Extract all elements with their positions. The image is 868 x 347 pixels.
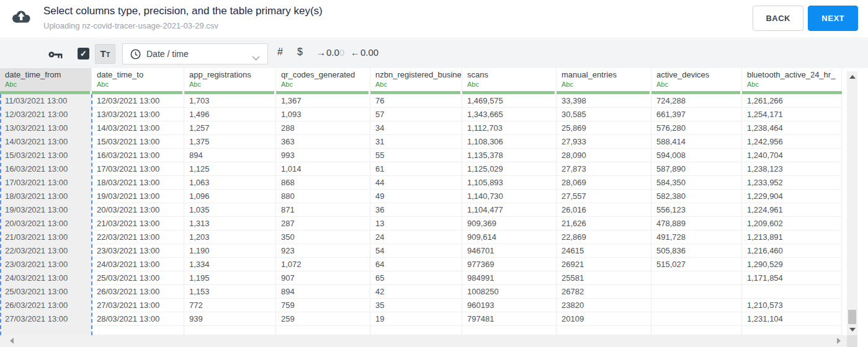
number-type-button[interactable]: # <box>277 46 283 58</box>
table-cell[interactable]: 26782 <box>557 285 651 299</box>
table-cell[interactable] <box>557 326 651 335</box>
table-cell[interactable]: 22/03/2021 13:00 <box>92 231 184 244</box>
table-cell[interactable]: 57 <box>370 108 462 121</box>
table-cell[interactable]: 1,063 <box>184 176 276 190</box>
vertical-scrollbar[interactable] <box>847 71 857 335</box>
table-cell[interactable] <box>651 271 742 285</box>
table-cell[interactable]: 1,209,602 <box>742 217 842 231</box>
table-cell[interactable] <box>276 326 370 335</box>
increase-decimal-button[interactable]: →0.00 <box>316 47 344 58</box>
table-cell[interactable]: 259 <box>276 312 370 326</box>
horizontal-scrollbar[interactable] <box>0 335 847 347</box>
table-cell[interactable]: 20/03/2021 13:00 <box>0 217 92 231</box>
table-cell[interactable]: 1,229,904 <box>742 190 842 203</box>
table-cell[interactable]: 36 <box>370 203 462 217</box>
table-cell[interactable]: 34 <box>370 121 462 135</box>
table-cell[interactable]: 27,933 <box>557 135 651 149</box>
table-cell[interactable]: 1,072 <box>276 258 370 271</box>
table-cell[interactable] <box>651 312 742 326</box>
table-cell[interactable]: 13 <box>370 217 462 231</box>
column-header-active_devices[interactable]: active_devicesAbc <box>651 68 742 91</box>
back-button[interactable]: BACK <box>753 6 803 31</box>
table-cell[interactable]: 1,014 <box>276 162 370 176</box>
table-cell[interactable]: 868 <box>276 176 370 190</box>
table-cell[interactable]: 24/03/2021 13:00 <box>92 258 184 271</box>
table-cell[interactable]: 797481 <box>462 312 557 326</box>
table-cell[interactable]: 27,873 <box>557 162 651 176</box>
table-cell[interactable]: 478,889 <box>651 217 742 231</box>
table-cell[interactable]: 1,112,703 <box>462 121 557 135</box>
table-cell[interactable]: 1,313 <box>184 217 276 231</box>
table-cell[interactable]: 1,096 <box>184 190 276 203</box>
column-header-bluetooth_active_24_hr_[interactable]: bluetooth_active_24_hr_Abc <box>742 68 842 91</box>
table-cell[interactable]: 1,135,378 <box>462 149 557 162</box>
table-cell[interactable]: 23/03/2021 13:00 <box>0 258 92 271</box>
table-cell[interactable]: 16/03/2021 13:00 <box>92 149 184 162</box>
table-cell[interactable] <box>370 326 462 335</box>
table-cell[interactable]: 1,257 <box>184 121 276 135</box>
table-cell[interactable]: 661,397 <box>651 108 742 121</box>
table-cell[interactable]: 946701 <box>462 244 557 258</box>
column-header-app_registrations[interactable]: app_registrationsAbc <box>184 68 276 91</box>
table-cell[interactable]: 588,414 <box>651 135 742 149</box>
table-cell[interactable]: 15/03/2021 13:00 <box>92 135 184 149</box>
table-cell[interactable]: 984991 <box>462 271 557 285</box>
table-cell[interactable]: 1,224,961 <box>742 203 842 217</box>
table-cell[interactable]: 584,350 <box>651 176 742 190</box>
table-cell[interactable]: 1,125,029 <box>462 162 557 176</box>
table-cell[interactable]: 363 <box>276 135 370 149</box>
table-cell[interactable]: 23/03/2021 13:00 <box>92 244 184 258</box>
table-cell[interactable]: 42 <box>370 285 462 299</box>
table-cell[interactable]: 64 <box>370 258 462 271</box>
include-column-checkbox[interactable]: ✓ <box>78 48 89 59</box>
table-cell[interactable]: 1,367 <box>276 94 370 108</box>
column-header-date_time_from[interactable]: date_time_fromAbc <box>0 68 92 91</box>
table-cell[interactable]: 26/03/2021 13:00 <box>0 299 92 312</box>
table-cell[interactable]: 21/03/2021 13:00 <box>92 217 184 231</box>
table-cell[interactable]: 907 <box>276 271 370 285</box>
currency-type-button[interactable]: $ <box>297 46 303 58</box>
table-cell[interactable] <box>742 285 842 299</box>
table-cell[interactable]: 576,280 <box>651 121 742 135</box>
table-cell[interactable] <box>462 326 557 335</box>
table-cell[interactable] <box>92 326 184 335</box>
table-cell[interactable]: 1,242,956 <box>742 135 842 149</box>
table-cell[interactable]: 1,254,171 <box>742 108 842 121</box>
table-cell[interactable]: 28,090 <box>557 149 651 162</box>
table-cell[interactable]: 28/03/2021 13:00 <box>92 312 184 326</box>
table-cell[interactable]: 15/03/2021 13:00 <box>0 149 92 162</box>
table-cell[interactable]: 871 <box>276 203 370 217</box>
table-cell[interactable]: 1,216,460 <box>742 244 842 258</box>
table-cell[interactable]: 1,171,854 <box>742 271 842 285</box>
table-cell[interactable]: 26,016 <box>557 203 651 217</box>
table-cell[interactable]: 27/03/2021 13:00 <box>92 299 184 312</box>
table-cell[interactable]: 1,104,477 <box>462 203 557 217</box>
table-cell[interactable]: 491,728 <box>651 231 742 244</box>
table-cell[interactable]: 1,238,123 <box>742 162 842 176</box>
table-cell[interactable]: 19/03/2021 13:00 <box>0 203 92 217</box>
table-cell[interactable]: 1,035 <box>184 203 276 217</box>
table-cell[interactable]: 977369 <box>462 258 557 271</box>
table-cell[interactable]: 1,290,529 <box>742 258 842 271</box>
table-cell[interactable]: 1,231,104 <box>742 312 842 326</box>
table-cell[interactable]: 14/03/2021 13:00 <box>0 135 92 149</box>
table-cell[interactable]: 35 <box>370 299 462 312</box>
table-cell[interactable]: 287 <box>276 217 370 231</box>
table-cell[interactable]: 1,343,665 <box>462 108 557 121</box>
table-cell[interactable]: 1,375 <box>184 135 276 149</box>
text-type-button[interactable]: TT <box>95 44 115 64</box>
table-cell[interactable]: 1,140,730 <box>462 190 557 203</box>
column-header-manual_entries[interactable]: manual_entriesAbc <box>557 68 651 91</box>
table-cell[interactable]: 909,369 <box>462 217 557 231</box>
next-button[interactable]: NEXT <box>808 6 858 31</box>
table-cell[interactable]: 1,496 <box>184 108 276 121</box>
table-cell[interactable]: 31 <box>370 135 462 149</box>
table-cell[interactable]: 894 <box>276 285 370 299</box>
table-cell[interactable]: 1,203 <box>184 231 276 244</box>
column-header-nzbn_registered_busine[interactable]: nzbn_registered_busineAbc <box>370 68 462 91</box>
table-cell[interactable]: 26/03/2021 13:00 <box>92 285 184 299</box>
table-cell[interactable]: 772 <box>184 299 276 312</box>
table-cell[interactable]: 909,614 <box>462 231 557 244</box>
table-cell[interactable] <box>651 299 742 312</box>
table-cell[interactable]: 20109 <box>557 312 651 326</box>
